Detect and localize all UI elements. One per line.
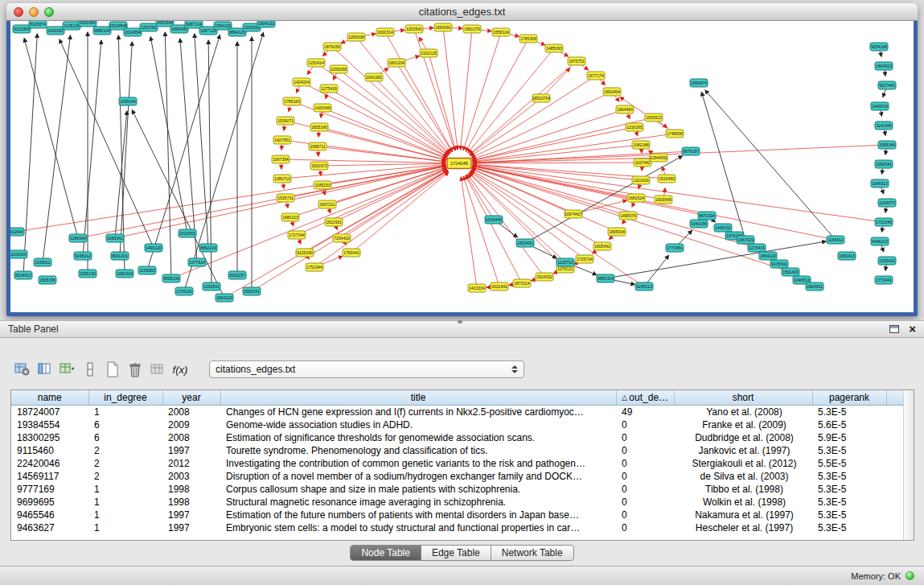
graph-node[interactable]: 1748508 — [666, 130, 684, 138]
graph-edge[interactable] — [466, 39, 528, 151]
graph-edge[interactable] — [385, 32, 453, 151]
graph-edge[interactable] — [165, 32, 171, 278]
graph-hub-node[interactable]: 1724045 — [447, 159, 471, 169]
graph-node[interactable]: 9151804 — [13, 25, 31, 33]
graph-node[interactable]: 1609549 — [655, 196, 672, 204]
tab-node-table[interactable]: Node Table — [351, 546, 421, 560]
graph-node[interactable]: 1631941 — [491, 282, 508, 290]
delete-table-button[interactable] — [124, 359, 146, 380]
graph-node[interactable]: 1067919 — [737, 236, 754, 244]
graph-node[interactable]: 1773451 — [666, 244, 684, 252]
graph-node[interactable]: 1854120 — [759, 252, 777, 260]
graph-node[interactable]: 9505134 — [162, 274, 180, 282]
graph-node[interactable]: 1043156 — [690, 220, 708, 228]
graph-node[interactable]: 1680103 — [281, 213, 299, 221]
graph-node[interactable]: 1125713 — [556, 258, 574, 266]
graph-node[interactable]: 1380713 — [273, 175, 291, 183]
graph-edge[interactable] — [469, 173, 565, 262]
graph-node[interactable]: 11544991 — [650, 154, 667, 162]
graph-node[interactable]: 1562041 — [243, 287, 261, 295]
table-row[interactable]: 946554611997Estimation of the future num… — [11, 509, 914, 521]
table-row[interactable]: 1456911722003Disruption of a novel membe… — [11, 470, 914, 483]
graph-node[interactable]: 1293541 — [203, 282, 220, 290]
graph-node[interactable]: 1420049 — [314, 104, 331, 112]
graph-edge[interactable] — [43, 35, 71, 262]
graph-edge[interactable] — [470, 61, 577, 154]
graph-node[interactable]: 1427551 — [273, 136, 291, 144]
graph-edge[interactable] — [318, 146, 446, 162]
graph-node[interactable]: 1216165 — [626, 123, 643, 131]
graph-node[interactable]: 1801204 — [388, 59, 405, 67]
column-header-pagerank[interactable]: pagerank — [812, 390, 886, 405]
graph-node[interactable]: 9154108 — [870, 43, 888, 51]
graph-node[interactable]: 1605491 — [593, 242, 611, 250]
graph-node[interactable]: 1650314 — [116, 270, 133, 278]
graph-node[interactable]: 1536731 — [277, 194, 294, 202]
graph-node[interactable]: 9679197 — [682, 147, 700, 155]
table-row[interactable]: 969969511998Structural magnetic resonanc… — [11, 496, 914, 509]
table-panel-titlebar[interactable]: Table Panel × — [0, 320, 924, 338]
memory-status-icon[interactable] — [906, 571, 914, 580]
graph-node[interactable]: 9245012 — [74, 252, 92, 260]
graph-node[interactable]: 1873114 — [513, 279, 531, 287]
network-window-titlebar[interactable]: citations_edges.txt — [6, 3, 918, 21]
graph-node[interactable]: 1495579 — [619, 212, 637, 220]
graph-node[interactable]: 18510704 — [532, 94, 550, 102]
graph-node[interactable]: 2086711 — [309, 142, 326, 150]
graph-node[interactable]: 9511504 — [10, 228, 24, 236]
graph-edge[interactable] — [472, 109, 625, 159]
graph-node[interactable]: 1664091 — [434, 23, 452, 31]
graph-node[interactable]: 1785308 — [519, 35, 537, 43]
graph-node[interactable]: 8204913 — [14, 271, 32, 279]
graph-node[interactable]: 8103874 — [29, 21, 47, 28]
graph-node[interactable]: 1275416 — [320, 84, 338, 93]
graph-node[interactable]: 1539071 — [277, 117, 294, 125]
graph-node[interactable]: 1961379 — [463, 25, 481, 33]
graph-node[interactable]: 1185153 — [314, 181, 331, 189]
graph-node[interactable]: 1485093 — [545, 44, 563, 52]
zoom-window-button[interactable] — [44, 7, 54, 17]
graph-edge[interactable] — [60, 39, 154, 248]
graph-node[interactable]: 8862214 — [199, 244, 217, 252]
graph-edge[interactable] — [252, 171, 448, 291]
graph-node[interactable]: 1677174 — [587, 72, 605, 80]
graph-node[interactable]: 1413334 — [468, 284, 486, 292]
graph-node[interactable]: 1092541 — [875, 160, 893, 168]
graph-node[interactable]: 1166412 — [827, 236, 844, 244]
graph-node[interactable]: 1253541 — [405, 25, 423, 33]
column-header-year[interactable]: year — [162, 390, 220, 405]
graph-node[interactable]: 1493120 — [145, 244, 162, 252]
graph-node[interactable]: 1805934 — [608, 228, 626, 236]
graph-node[interactable]: 1710345 — [875, 218, 893, 226]
graph-node[interactable]: 2206058 — [330, 65, 347, 73]
graph-node[interactable]: 1558124 — [492, 28, 510, 36]
graph-edge[interactable] — [473, 163, 643, 163]
table-row[interactable]: 2242004622012Investigating the contribut… — [11, 457, 914, 470]
graph-node[interactable]: 1105093 — [138, 266, 156, 274]
graph-node[interactable]: 1876030 — [323, 43, 341, 51]
graph-node[interactable]: 1273415 — [748, 244, 766, 252]
graph-edge[interactable] — [414, 29, 455, 150]
column-header-out_de[interactable]: △ out_de… — [616, 390, 674, 405]
table-row[interactable]: 1872400712008Changes of HCN gene express… — [11, 405, 914, 418]
panel-resize-handle[interactable] — [458, 320, 462, 323]
column-header-short[interactable]: short — [674, 390, 812, 405]
table-row[interactable]: 911546021997Tourette syndrome. Phenomeno… — [11, 444, 914, 457]
graph-node[interactable]: 3067211 — [318, 200, 336, 208]
graph-edge[interactable] — [470, 76, 596, 156]
graph-edge[interactable] — [180, 39, 197, 262]
graph-node[interactable]: 9227441 — [878, 81, 896, 89]
graph-node[interactable]: 1621931 — [325, 218, 343, 226]
table-row[interactable]: 977716911998Corpus callosum shape and si… — [11, 483, 914, 496]
graph-node[interactable]: 1039011 — [34, 258, 51, 266]
graph-node[interactable]: 1141345 — [875, 122, 893, 130]
graph-node[interactable]: 9245013 — [635, 282, 653, 290]
graph-node[interactable]: 9680104 — [93, 27, 111, 35]
graph-node[interactable]: 1443519 — [871, 102, 889, 110]
graph-node[interactable]: 1783441 — [343, 249, 360, 257]
graph-edge[interactable] — [15, 166, 446, 232]
close-panel-icon[interactable]: × — [909, 324, 916, 334]
graph-node[interactable]: 1725734 — [576, 255, 593, 263]
import-table-button[interactable] — [146, 359, 169, 380]
graph-node[interactable]: 1515460 — [658, 175, 676, 183]
